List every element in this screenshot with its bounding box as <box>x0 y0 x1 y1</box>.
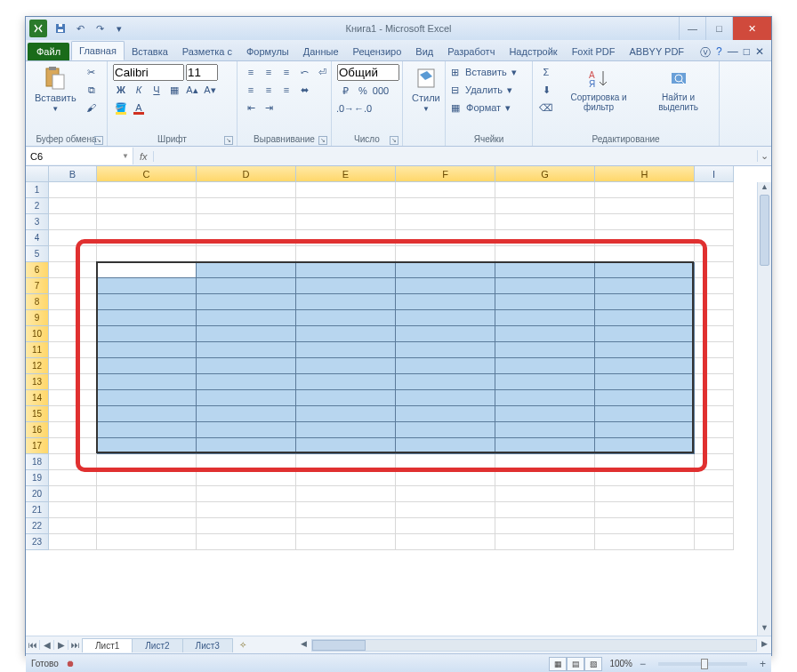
cell[interactable] <box>49 486 97 502</box>
cell[interactable] <box>595 262 695 278</box>
scroll-right-icon[interactable]: ▶ <box>757 639 771 652</box>
cell[interactable] <box>595 422 695 438</box>
alignment-launcher[interactable]: ↘ <box>318 136 327 145</box>
align-right-icon[interactable]: ≡ <box>278 82 294 98</box>
close-button[interactable]: ✕ <box>732 17 771 40</box>
sheet-first-icon[interactable]: ⏮ <box>26 640 40 650</box>
workbook-minimize-icon[interactable]: — <box>728 45 738 60</box>
vertical-scrollbar[interactable]: ▲ ▼ <box>757 182 771 636</box>
cell[interactable] <box>49 278 97 294</box>
cell[interactable] <box>695 326 734 342</box>
row-header-11[interactable]: 11 <box>26 342 49 358</box>
cell[interactable] <box>595 230 695 246</box>
align-center-icon[interactable]: ≡ <box>261 82 277 98</box>
percent-icon[interactable]: % <box>355 83 371 99</box>
cell[interactable] <box>595 358 695 374</box>
page-layout-view-icon[interactable]: ▤ <box>567 657 584 671</box>
cell[interactable] <box>396 454 495 470</box>
grow-font-icon[interactable]: A▴ <box>184 82 200 98</box>
delete-cells-button[interactable]: ⊟ Удалить ▾ <box>451 82 517 98</box>
cell[interactable] <box>495 438 595 454</box>
sheet-tab-2[interactable]: Лист2 <box>132 638 182 652</box>
cell[interactable] <box>495 342 595 358</box>
cell[interactable] <box>49 310 97 326</box>
cell[interactable] <box>296 502 396 518</box>
cell[interactable] <box>595 406 695 422</box>
increase-decimal-icon[interactable]: .0→ <box>337 100 353 116</box>
column-header-I[interactable]: I <box>695 166 734 182</box>
cell[interactable] <box>495 406 595 422</box>
row-header-16[interactable]: 16 <box>26 422 49 438</box>
redo-icon[interactable]: ↷ <box>92 20 108 36</box>
decrease-indent-icon[interactable]: ⇤ <box>243 100 259 116</box>
cell[interactable] <box>495 422 595 438</box>
copy-icon[interactable]: ⧉ <box>84 82 100 98</box>
cell[interactable] <box>49 182 97 198</box>
row-header-13[interactable]: 13 <box>26 374 49 390</box>
cell[interactable] <box>197 534 296 550</box>
row-header-3[interactable]: 3 <box>26 214 49 230</box>
cell[interactable] <box>695 502 734 518</box>
cell[interactable] <box>396 502 495 518</box>
cell[interactable] <box>396 278 495 294</box>
fx-button[interactable]: fx <box>134 151 154 162</box>
row-header-17[interactable]: 17 <box>26 438 49 454</box>
maximize-button[interactable]: □ <box>705 17 732 40</box>
cell[interactable] <box>296 470 396 486</box>
cell[interactable] <box>296 406 396 422</box>
cell[interactable] <box>595 374 695 390</box>
cell[interactable] <box>197 502 296 518</box>
cell[interactable] <box>396 438 495 454</box>
cell[interactable] <box>695 294 734 310</box>
sheet-tab-3[interactable]: Лист3 <box>182 638 233 652</box>
cell[interactable] <box>396 534 495 550</box>
decrease-decimal-icon[interactable]: ←.0 <box>355 100 371 116</box>
cell[interactable] <box>396 470 495 486</box>
comma-icon[interactable]: 000 <box>373 83 389 99</box>
cell[interactable] <box>396 406 495 422</box>
cell[interactable] <box>595 214 695 230</box>
cell[interactable] <box>595 310 695 326</box>
cell[interactable] <box>197 358 296 374</box>
cell[interactable] <box>97 470 197 486</box>
cell[interactable] <box>197 262 296 278</box>
cell[interactable] <box>49 390 97 406</box>
cell[interactable] <box>396 310 495 326</box>
cell[interactable] <box>296 294 396 310</box>
cell[interactable] <box>495 358 595 374</box>
macro-record-icon[interactable]: ⏺ <box>66 659 75 668</box>
paste-button[interactable]: Вставить ▼ <box>31 64 80 115</box>
row-header-19[interactable]: 19 <box>26 470 49 486</box>
cell[interactable] <box>396 422 495 438</box>
cell[interactable] <box>595 486 695 502</box>
sheet-prev-icon[interactable]: ◀ <box>40 640 54 650</box>
row-header-12[interactable]: 12 <box>26 358 49 374</box>
cell[interactable] <box>97 422 197 438</box>
column-header-H[interactable]: H <box>595 166 695 182</box>
zoom-out-icon[interactable]: − <box>640 658 646 670</box>
cell[interactable] <box>595 342 695 358</box>
align-left-icon[interactable]: ≡ <box>243 82 259 98</box>
cell[interactable] <box>197 470 296 486</box>
cell[interactable] <box>296 262 396 278</box>
cell[interactable] <box>97 182 197 198</box>
number-format-select[interactable] <box>337 64 399 81</box>
row-header-18[interactable]: 18 <box>26 454 49 470</box>
column-header-E[interactable]: E <box>296 166 396 182</box>
row-header-6[interactable]: 6 <box>26 262 49 278</box>
cell[interactable] <box>197 486 296 502</box>
cell[interactable] <box>97 406 197 422</box>
cell[interactable] <box>595 454 695 470</box>
cell[interactable] <box>495 182 595 198</box>
cell[interactable] <box>595 294 695 310</box>
cell[interactable] <box>296 486 396 502</box>
cell[interactable] <box>695 470 734 486</box>
row-header-1[interactable]: 1 <box>26 182 49 198</box>
fill-color-button[interactable]: 🪣 <box>113 100 129 116</box>
cell[interactable] <box>296 358 396 374</box>
row-header-14[interactable]: 14 <box>26 390 49 406</box>
cell[interactable] <box>197 406 296 422</box>
cell[interactable] <box>97 358 197 374</box>
cell[interactable] <box>495 454 595 470</box>
cell-reference-input[interactable] <box>30 151 101 162</box>
